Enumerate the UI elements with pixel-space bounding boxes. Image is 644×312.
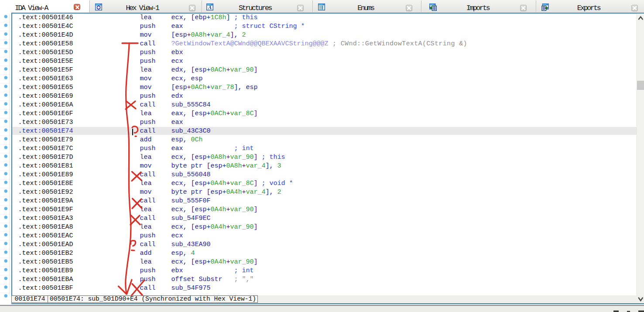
svg-text:A: A (208, 5, 212, 10)
